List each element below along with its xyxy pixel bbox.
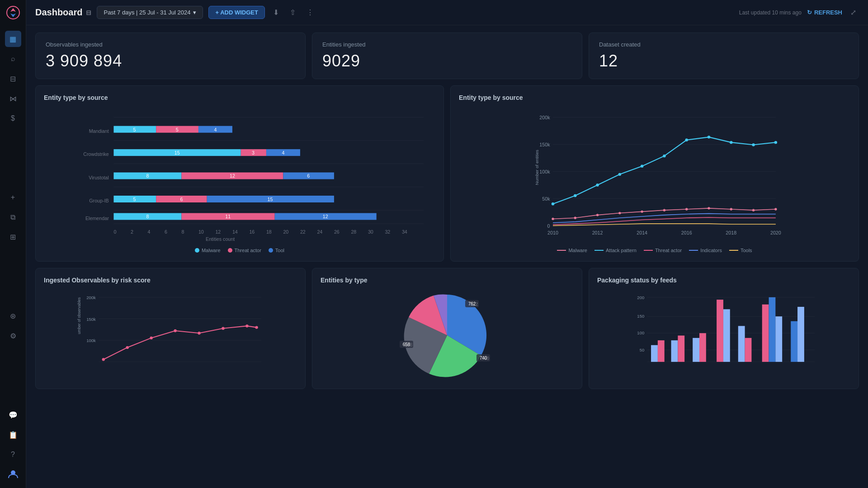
svg-text:14: 14 bbox=[232, 229, 238, 235]
svg-point-100 bbox=[730, 208, 732, 210]
add-widget-button[interactable]: + ADD WIDGET bbox=[208, 6, 265, 19]
svg-point-85 bbox=[641, 164, 643, 167]
svg-text:4: 4 bbox=[214, 127, 217, 132]
svg-text:6: 6 bbox=[307, 173, 310, 178]
refresh-label: REFRESH bbox=[814, 9, 842, 16]
chart-row-1: Entity type by source Mandiant Crowdstri… bbox=[35, 85, 859, 262]
svg-text:16: 16 bbox=[249, 229, 255, 235]
svg-rect-139 bbox=[671, 340, 678, 362]
svg-text:8: 8 bbox=[146, 214, 149, 219]
svg-rect-140 bbox=[678, 336, 684, 362]
sidebar-item-reports[interactable]: ⊞ bbox=[5, 229, 21, 245]
line-chart-svg: 200k 150k 100k 50k 0 Number of entities … bbox=[459, 108, 850, 243]
svg-text:12: 12 bbox=[230, 173, 235, 178]
sidebar-item-settings[interactable]: ⚙ bbox=[5, 328, 21, 344]
svg-text:2010: 2010 bbox=[547, 230, 558, 235]
stat-label-0: Observables ingested bbox=[46, 41, 295, 48]
svg-text:0: 0 bbox=[113, 229, 116, 235]
sidebar-item-dashboard[interactable]: ▦ bbox=[5, 31, 21, 47]
entity-type-bar-title: Entity type by source bbox=[44, 94, 435, 101]
fullscreen-button[interactable]: ⤢ bbox=[848, 5, 859, 19]
svg-text:2018: 2018 bbox=[726, 230, 736, 235]
chevron-down-icon: ▾ bbox=[193, 9, 196, 16]
svg-rect-143 bbox=[717, 300, 723, 362]
header-right: Last updated 10 mins ago ↻ REFRESH ⤢ bbox=[739, 5, 859, 19]
svg-text:762: 762 bbox=[468, 301, 476, 306]
svg-text:Elemendar: Elemendar bbox=[85, 216, 109, 221]
legend-lc-indicators: Indicators bbox=[689, 248, 722, 253]
svg-text:200k: 200k bbox=[86, 295, 96, 300]
pie-chart-container: 762 762 740 740 658 658 bbox=[321, 290, 574, 380]
svg-text:34: 34 bbox=[402, 229, 407, 235]
svg-rect-149 bbox=[775, 316, 782, 362]
stat-label-2: Dataset created bbox=[599, 41, 849, 48]
svg-point-81 bbox=[552, 202, 554, 205]
stat-card-entities: Entities ingested 9029 bbox=[312, 33, 582, 79]
svg-point-92 bbox=[552, 218, 554, 220]
legend-lc-tools: Tools bbox=[729, 248, 752, 253]
sidebar: ▦ ⌕ ⊟ ⋈ $ + ⧉ ⊞ ⊛ ⚙ 💬 📋 ? bbox=[0, 0, 26, 488]
page-title: Dashboard ⊟ bbox=[35, 7, 91, 18]
main-content: Dashboard ⊟ Past 7 days | 25 Jul - 31 Ju… bbox=[26, 0, 868, 488]
sidebar-item-graph[interactable]: ⋈ bbox=[5, 90, 21, 107]
svg-text:8: 8 bbox=[146, 173, 149, 178]
sidebar-item-docs[interactable]: 📋 bbox=[5, 427, 21, 443]
sidebar-item-layers[interactable]: ⧉ bbox=[5, 209, 21, 225]
svg-text:6: 6 bbox=[180, 197, 183, 202]
sidebar-item-search[interactable]: ⌕ bbox=[5, 51, 21, 67]
sidebar-item-cases[interactable]: ⊟ bbox=[5, 70, 21, 87]
svg-point-113 bbox=[150, 337, 152, 339]
app-logo[interactable] bbox=[6, 5, 20, 20]
ingested-observables-chart: 200k 150k 100k umber of observables bbox=[44, 290, 297, 371]
svg-text:150k: 150k bbox=[539, 142, 550, 147]
entities-by-type-card: Entities by type bbox=[312, 268, 582, 389]
sidebar-item-user[interactable] bbox=[5, 466, 21, 483]
svg-text:10: 10 bbox=[198, 229, 204, 235]
add-widget-label: + ADD WIDGET bbox=[215, 9, 258, 16]
download-button[interactable]: ⬇ bbox=[270, 5, 282, 19]
ingested-observables-title: Ingested Observables by risk score bbox=[44, 277, 297, 284]
sidebar-item-help[interactable]: ? bbox=[5, 446, 21, 463]
more-options-button[interactable]: ⋮ bbox=[304, 5, 316, 19]
line-chart-legend: Malware Attack pattern Threat actor Indi… bbox=[459, 248, 850, 253]
svg-text:50: 50 bbox=[640, 347, 645, 352]
legend-threat-actor-label: Threat actor bbox=[235, 248, 261, 253]
svg-text:18: 18 bbox=[266, 229, 272, 235]
svg-rect-141 bbox=[693, 338, 699, 362]
svg-text:Crowdstrike: Crowdstrike bbox=[83, 151, 109, 157]
svg-text:Mandiant: Mandiant bbox=[89, 128, 109, 134]
svg-text:15: 15 bbox=[268, 197, 273, 202]
svg-text:2014: 2014 bbox=[637, 230, 647, 235]
sidebar-item-add[interactable]: + bbox=[5, 189, 21, 206]
svg-text:11: 11 bbox=[225, 214, 231, 219]
svg-text:2016: 2016 bbox=[681, 230, 692, 235]
svg-text:4: 4 bbox=[147, 229, 150, 235]
svg-point-116 bbox=[222, 327, 224, 330]
stat-cards-row: Observables ingested 3 909 894 Entities … bbox=[35, 33, 859, 79]
svg-text:32: 32 bbox=[385, 229, 390, 235]
svg-text:Group-IB: Group-IB bbox=[89, 198, 108, 203]
share-button[interactable]: ⇧ bbox=[287, 5, 298, 19]
entity-type-line-card: Entity type by source 200k 150k 100k 50k bbox=[450, 85, 859, 262]
stat-card-observables: Observables ingested 3 909 894 bbox=[35, 33, 306, 79]
entities-by-type-title: Entities by type bbox=[321, 277, 574, 284]
sidebar-item-integrations[interactable]: ⊛ bbox=[5, 308, 21, 324]
entity-type-line-title: Entity type by source bbox=[459, 94, 850, 101]
svg-point-82 bbox=[574, 194, 576, 197]
svg-text:26: 26 bbox=[334, 229, 340, 235]
sidebar-item-chat[interactable]: 💬 bbox=[5, 407, 21, 423]
legend-tool: Tool bbox=[269, 248, 284, 253]
date-range-label: Past 7 days | 25 Jul - 31 Jul 2024 bbox=[104, 9, 190, 16]
date-range-button[interactable]: Past 7 days | 25 Jul - 31 Jul 2024 ▾ bbox=[97, 6, 203, 19]
refresh-button[interactable]: ↻ REFRESH bbox=[807, 9, 842, 16]
title-icon: ⊟ bbox=[86, 9, 91, 16]
sidebar-item-intel[interactable]: $ bbox=[5, 110, 21, 127]
svg-text:5: 5 bbox=[133, 127, 136, 132]
svg-text:100k: 100k bbox=[86, 338, 96, 343]
svg-marker-2 bbox=[10, 14, 16, 17]
legend-lc-attack: Attack pattern bbox=[594, 248, 637, 253]
stat-value-0: 3 909 894 bbox=[46, 52, 295, 70]
svg-text:658: 658 bbox=[403, 342, 410, 347]
svg-point-95 bbox=[618, 212, 621, 214]
svg-text:6: 6 bbox=[165, 229, 167, 235]
